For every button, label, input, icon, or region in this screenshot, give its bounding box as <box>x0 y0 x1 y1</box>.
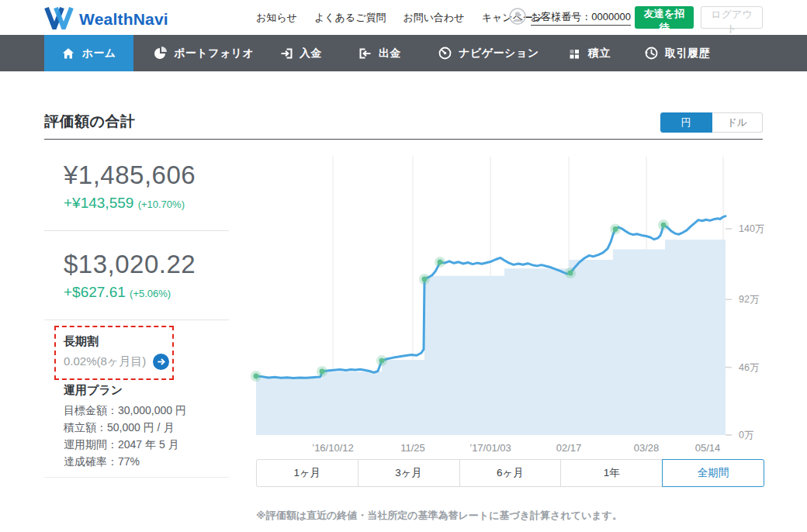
nav-tab-navigation[interactable]: ナビゲーション <box>438 35 539 71</box>
nav-tab-label: ナビゲーション <box>459 47 539 60</box>
x-axis-label: ’17/01/03 <box>469 442 511 454</box>
plan-probability: 達成確率：77% <box>64 453 186 470</box>
nav-tab-history[interactable]: 取引履歴 <box>644 35 710 71</box>
nav-tab-label: 積立 <box>588 47 611 60</box>
clock-history-icon <box>644 46 659 60</box>
circle-arrow-right-icon[interactable] <box>153 354 169 370</box>
longterm-discount-value: 0.02%(8ヶ月目) <box>64 354 146 369</box>
nav-tab-withdraw[interactable]: 出金 <box>358 35 401 71</box>
x-axis-label: ’16/10/12 <box>312 442 354 454</box>
user-area: お客様番号：0000000 <box>509 0 631 35</box>
deposit-marker <box>254 374 259 379</box>
longterm-discount-title: 長期割 <box>64 334 99 349</box>
divider <box>44 320 229 320</box>
time-range-selector: 1ヶ月 3ヶ月 6ヶ月 1年 全期間 <box>256 459 764 487</box>
link-contact[interactable]: お問い合わせ <box>403 11 464 25</box>
deposit-marker <box>438 260 443 265</box>
range-1month-button[interactable]: 1ヶ月 <box>256 459 358 487</box>
plan-period: 運用期間：2047 年 5 月 <box>64 436 186 453</box>
y-axis-label: 140万 <box>739 223 764 234</box>
invite-friend-button[interactable]: 友達を招待 <box>635 6 694 29</box>
valuation-line-chart: ’16/10/1211/25’17/01/0302/1703/2805/140万… <box>244 147 764 458</box>
deposit-marker <box>320 369 325 375</box>
user-avatar-icon <box>509 8 526 28</box>
blocks-icon <box>568 47 582 60</box>
link-news[interactable]: お知らせ <box>256 11 297 25</box>
x-axis-label: 05/14 <box>695 442 721 454</box>
logout-button[interactable]: ログアウト <box>701 6 763 29</box>
link-faq[interactable]: よくあるご質問 <box>314 11 386 25</box>
y-axis-label: 46万 <box>739 362 759 373</box>
gain-yen-amount: +¥143,559 <box>64 195 133 211</box>
wealthnavi-home-page: WealthNavi お知らせ よくあるご質問 お問い合わせ キャンペーン お客… <box>0 0 807 532</box>
x-axis-label: 02/17 <box>556 442 582 454</box>
divider <box>44 230 229 231</box>
title-divider <box>44 139 763 140</box>
nav-tab-portfolio[interactable]: ポートフォリオ <box>153 35 254 71</box>
deposit-marker <box>422 277 428 282</box>
nav-tab-accumulation[interactable]: 積立 <box>568 35 611 71</box>
gain-yen-percent: (+10.70%) <box>138 199 185 210</box>
deposit-marker <box>568 271 573 276</box>
deposit-icon <box>279 47 293 60</box>
plan-rows: 目標金額：30,000,000 円 積立額：50,000 円 / 月 運用期間：… <box>64 402 186 470</box>
gain-usd: +$627.61 (+5.06%) <box>64 284 171 301</box>
nav-tab-home[interactable]: ホーム <box>44 35 133 71</box>
deposit-marker <box>379 358 385 364</box>
gain-usd-percent: (+5.06%) <box>130 288 171 299</box>
nav-tab-deposit[interactable]: 入金 <box>279 35 322 71</box>
range-3months-button[interactable]: 3ヶ月 <box>358 459 460 487</box>
pie-chart-icon <box>153 46 168 60</box>
plan-monthly-amount: 積立額：50,000 円 / 月 <box>64 419 186 436</box>
deposit-marker <box>613 226 618 232</box>
deposit-marker <box>661 223 667 228</box>
x-axis-label: 03/28 <box>634 442 660 454</box>
gain-usd-amount: +$627.61 <box>64 284 126 300</box>
home-icon <box>61 47 75 60</box>
valuation-footnote: ※評価額は直近の終値・当社所定の基準為替レートに基づき計算されています。 <box>256 509 622 523</box>
wealthnavi-w-mark-icon <box>44 6 74 33</box>
top-header: WealthNavi お知らせ よくあるご質問 お問い合わせ キャンペーン お客… <box>0 0 807 35</box>
currency-dollar-button[interactable]: ドル <box>712 112 764 133</box>
range-6months-button[interactable]: 6ヶ月 <box>459 459 562 487</box>
gain-yen: +¥143,559 (+10.70%) <box>64 195 185 212</box>
customer-number-link[interactable]: お客様番号：0000000 <box>531 10 631 26</box>
nav-tab-label: 出金 <box>379 47 401 60</box>
x-axis-label: 11/25 <box>400 442 425 454</box>
main-nav: ホーム ポートフォリオ 入金 <box>0 35 807 71</box>
nav-tab-label: 入金 <box>300 47 322 60</box>
gauge-icon <box>438 46 452 60</box>
plan-title: 運用プラン <box>64 383 123 398</box>
header-links: お知らせ よくあるご質問 お問い合わせ キャンペーン <box>256 0 543 35</box>
total-value-yen: ¥1,485,606 <box>64 161 196 190</box>
nav-tab-label: 取引履歴 <box>665 47 710 60</box>
longterm-discount-row: 0.02%(8ヶ月目) <box>64 354 169 370</box>
plan-target-amount: 目標金額：30,000,000 円 <box>64 402 186 419</box>
nav-tab-label: ポートフォリオ <box>174 47 254 60</box>
y-axis-label: 0万 <box>739 430 753 440</box>
withdraw-icon <box>358 47 372 60</box>
divider <box>44 477 229 478</box>
currency-toggle: 円 ドル <box>660 112 763 133</box>
logo-text: WealthNavi <box>79 10 168 29</box>
y-axis-label: 92万 <box>739 294 759 305</box>
nav-tab-label: ホーム <box>81 47 116 60</box>
total-value-usd: $13,020.22 <box>64 250 196 279</box>
range-all-button[interactable]: 全期間 <box>662 459 764 487</box>
range-1year-button[interactable]: 1年 <box>560 459 663 487</box>
wealthnavi-logo[interactable]: WealthNavi <box>44 6 168 33</box>
page-title: 評価額の合計 <box>44 112 135 132</box>
currency-yen-button[interactable]: 円 <box>660 112 712 133</box>
